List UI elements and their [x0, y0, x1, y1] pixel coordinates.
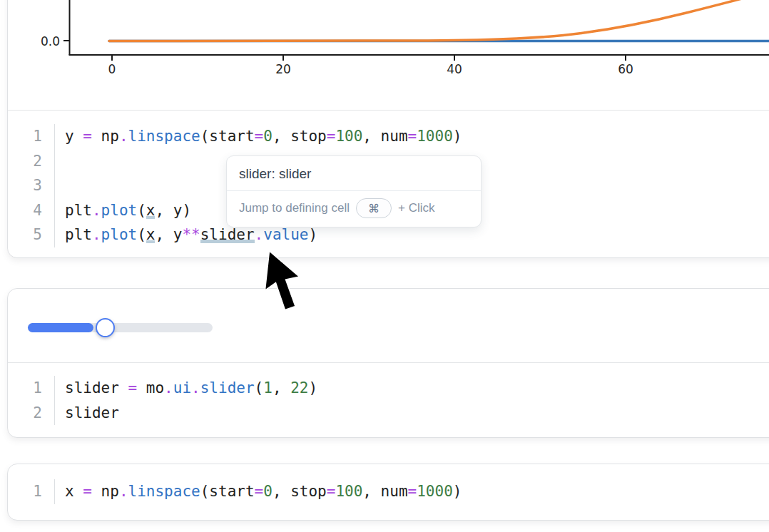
code-token: . — [164, 379, 173, 397]
tooltip-hint-row: Jump to defining cell ⌘ + Click — [227, 191, 481, 227]
code-token: value — [263, 226, 308, 243]
x-tick-label-20: 20 — [269, 62, 297, 76]
code-editor-slider[interactable]: 1slider = mo.ui.slider(1, 22)2slider — [8, 363, 769, 437]
x-tick-label-60: 60 — [611, 62, 640, 76]
code-token: np — [92, 483, 119, 500]
code-line[interactable]: 2slider — [8, 401, 769, 426]
line-number: 2 — [8, 401, 54, 426]
code-token: 0 — [263, 483, 273, 500]
code-token: mo — [137, 379, 164, 397]
code-line-text[interactable] — [54, 173, 65, 198]
code-token: slider — [65, 404, 119, 421]
code-token: , stop — [273, 128, 327, 145]
command-key-icon: ⌘ — [356, 198, 392, 218]
code-token: plot — [101, 202, 138, 219]
code-token: linspace — [128, 128, 200, 145]
highlighted-token: slider — [200, 226, 255, 243]
variable-tooltip: slider: slider Jump to defining cell ⌘ +… — [226, 155, 482, 227]
slider-fill — [28, 323, 93, 332]
code-line-text[interactable]: slider = mo.ui.slider(1, 22) — [54, 376, 317, 401]
line-number: 1 — [8, 479, 54, 504]
code-token: ( — [255, 379, 264, 397]
code-token: , stop — [273, 483, 327, 500]
code-token: = — [327, 128, 336, 145]
code-token: 22 — [290, 379, 308, 397]
code-token: 100 — [335, 483, 362, 500]
code-token: (start — [200, 483, 255, 500]
code-token: ** — [182, 226, 200, 243]
code-token: 1000 — [417, 128, 453, 145]
code-token: ) — [453, 483, 462, 500]
code-token: . — [191, 379, 200, 397]
code-token: slider — [65, 379, 128, 397]
code-token: 1 — [263, 379, 273, 397]
notebook-cell-x: 1x = np.linspace(start=0, stop=100, num=… — [7, 464, 769, 521]
code-token: ui — [173, 379, 191, 397]
code-token: . — [92, 202, 101, 219]
line-number: 1 — [8, 376, 54, 401]
code-token: linspace — [128, 483, 200, 500]
code-line[interactable]: 1slider = mo.ui.slider(1, 22) — [8, 376, 769, 401]
code-editor-x[interactable]: 1x = np.linspace(start=0, stop=100, num=… — [8, 464, 769, 519]
line-number: 5 — [8, 222, 54, 247]
code-token: y — [65, 128, 83, 145]
code-line-text[interactable]: x = np.linspace(start=0, stop=100, num=1… — [54, 479, 462, 504]
code-token: ) — [308, 379, 317, 397]
highlighted-token: x — [146, 202, 156, 219]
code-token: (start — [200, 128, 255, 145]
tooltip-hint-text: Jump to defining cell — [239, 201, 350, 215]
line-number: 1 — [8, 124, 54, 149]
x-tick-label-0: 0 — [98, 62, 126, 76]
code-token: ( — [137, 226, 146, 243]
code-line[interactable]: 1x = np.linspace(start=0, stop=100, num=… — [8, 479, 769, 504]
code-token: plot — [101, 226, 138, 243]
code-token: 0 — [263, 128, 273, 145]
code-line[interactable]: 1y = np.linspace(start=0, stop=100, num=… — [8, 124, 769, 149]
code-token: np — [92, 128, 119, 145]
code-token: ) — [308, 226, 317, 243]
code-token: , y) — [155, 202, 191, 219]
code-token: = — [83, 128, 92, 145]
code-token: plt — [65, 226, 92, 243]
code-token: . — [92, 226, 101, 243]
tooltip-click-text: + Click — [398, 201, 434, 215]
highlighted-token: x — [146, 226, 156, 243]
code-token: , — [273, 379, 290, 397]
code-token: . — [119, 128, 128, 145]
code-token: = — [255, 483, 264, 500]
code-line-text[interactable] — [54, 149, 65, 174]
line-number: 2 — [8, 149, 54, 174]
notebook-cell-slider: 1slider = mo.ui.slider(1, 22)2slider — [7, 288, 769, 438]
slider-thumb[interactable] — [96, 318, 115, 337]
code-token: , num — [362, 128, 407, 145]
cell-output-chart — [8, 0, 769, 111]
code-token: = — [255, 128, 264, 145]
code-line-text[interactable]: slider — [54, 401, 119, 426]
code-token: ( — [137, 202, 146, 219]
code-token: = — [128, 379, 138, 397]
code-token: . — [119, 483, 128, 500]
cell-output-slider — [8, 289, 769, 363]
code-line-text[interactable]: plt.plot(x, y) — [54, 198, 191, 223]
line-number: 3 — [8, 173, 54, 198]
code-token: plt — [65, 202, 92, 219]
code-token: x — [65, 483, 83, 500]
line-number: 4 — [8, 198, 54, 223]
x-tick-label-40: 40 — [440, 62, 469, 76]
code-token: slider — [200, 379, 255, 397]
code-token: 100 — [335, 128, 362, 145]
code-token: . — [255, 226, 264, 243]
code-token: 1000 — [417, 483, 453, 500]
code-token: = — [408, 483, 417, 500]
code-line-text[interactable]: y = np.linspace(start=0, stop=100, num=1… — [54, 124, 462, 149]
code-token: , num — [362, 483, 407, 500]
slider-track[interactable] — [28, 323, 213, 332]
marimo-notebook: { "colors": { "line_blue": "#3a78b9", "l… — [0, 0, 769, 532]
code-token: = — [83, 483, 92, 500]
code-token: , y — [155, 226, 182, 243]
tooltip-title: slider: slider — [227, 156, 481, 191]
code-token: = — [408, 128, 417, 145]
y-tick-label: 0.0 — [33, 34, 60, 48]
code-token: = — [327, 483, 336, 500]
code-token: ) — [453, 128, 462, 145]
